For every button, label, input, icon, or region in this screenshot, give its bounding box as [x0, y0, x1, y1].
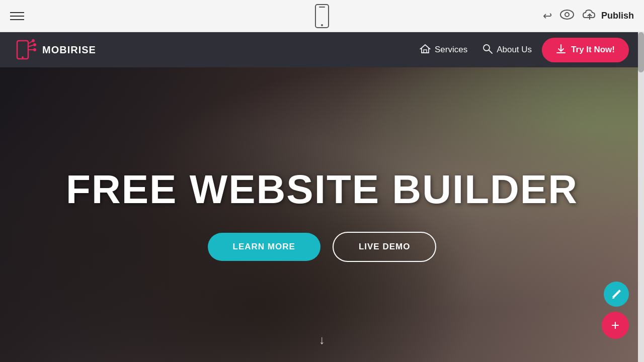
download-icon	[556, 44, 566, 56]
scrollbar-thumb[interactable]	[638, 32, 644, 72]
preview-icon[interactable]	[560, 10, 574, 23]
nav-link-about[interactable]: About Us	[482, 44, 532, 56]
hero-title: FREE WEBSITE BUILDER	[66, 167, 578, 212]
svg-line-17	[489, 50, 492, 53]
nav-services-label: Services	[435, 45, 467, 55]
svg-point-12	[33, 43, 36, 46]
hero-content: FREE WEBSITE BUILDER LEARN MORE LIVE DEM…	[66, 167, 578, 262]
svg-point-16	[484, 45, 490, 51]
hamburger-menu-button[interactable]	[10, 12, 24, 20]
svg-point-1	[321, 24, 323, 26]
svg-point-11	[32, 39, 35, 42]
try-it-now-button[interactable]: Try It Now!	[542, 38, 629, 62]
nav-link-services[interactable]: Services	[420, 44, 467, 56]
site-navigation: MOBIRISE Services About Us	[0, 32, 644, 67]
toolbar-center	[314, 4, 330, 29]
svg-marker-14	[421, 45, 430, 53]
svg-point-7	[22, 56, 24, 58]
nav-about-label: About Us	[497, 45, 532, 55]
toolbar: ↩ Publish	[0, 0, 644, 32]
hero-buttons: LEARN MORE LIVE DEMO	[208, 232, 437, 262]
scroll-down-indicator[interactable]: ↓	[319, 333, 325, 347]
cloud-upload-icon	[582, 9, 597, 24]
nav-links: Services About Us	[420, 44, 532, 56]
svg-rect-15	[424, 50, 427, 53]
publish-label: Publish	[601, 11, 634, 21]
scrollbar[interactable]	[638, 32, 644, 362]
toolbar-right: ↩ Publish	[543, 9, 634, 24]
plus-icon: +	[611, 317, 619, 333]
toolbar-left	[10, 12, 24, 20]
logo-text: MOBIRISE	[42, 44, 96, 56]
publish-button[interactable]: Publish	[582, 9, 634, 24]
undo-icon[interactable]: ↩	[543, 10, 552, 23]
svg-point-3	[560, 10, 574, 19]
phone-preview-icon[interactable]	[314, 4, 330, 29]
svg-rect-6	[17, 41, 28, 59]
try-it-now-label: Try It Now!	[571, 45, 615, 55]
mobirise-logo-icon	[15, 39, 37, 61]
hero-section: FREE WEBSITE BUILDER LEARN MORE LIVE DEM…	[0, 67, 644, 362]
home-icon	[420, 44, 431, 56]
fab-add-button[interactable]: +	[602, 312, 629, 339]
fab-edit-button[interactable]	[604, 282, 629, 307]
svg-point-4	[565, 13, 569, 17]
svg-point-13	[33, 48, 36, 51]
live-demo-button[interactable]: LIVE DEMO	[333, 232, 437, 262]
nav-logo: MOBIRISE	[15, 39, 420, 61]
learn-more-button[interactable]: LEARN MORE	[208, 233, 320, 261]
search-icon	[482, 44, 493, 56]
